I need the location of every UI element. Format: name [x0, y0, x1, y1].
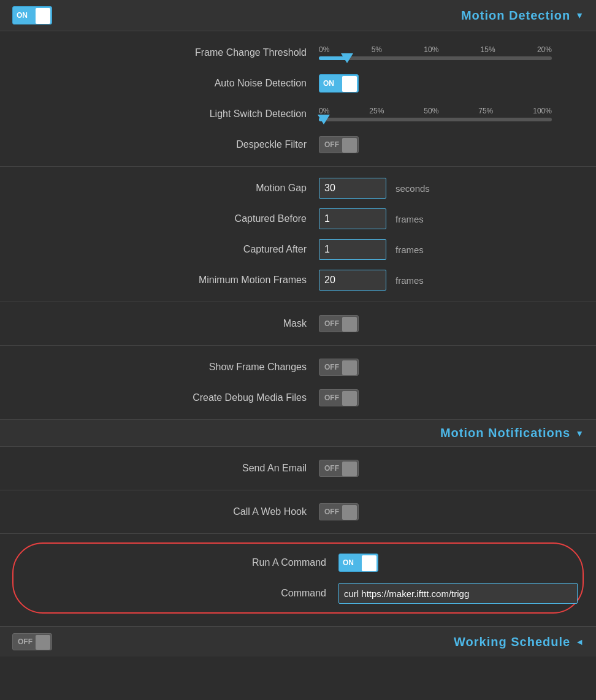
run-command-label: Run A Command — [44, 557, 338, 568]
ls-label-100: 100% — [533, 107, 552, 115]
run-command-control: ON — [338, 554, 378, 572]
main-power-toggle-label: ON — [17, 11, 28, 20]
minimum-motion-frames-control: frames — [319, 270, 424, 291]
despeckle-toggle[interactable]: OFF — [319, 136, 359, 153]
light-switch-detection-row: Light Switch Detection 0% 25% 50% 75% 10… — [0, 99, 596, 129]
run-command-toggle-label: ON — [343, 558, 354, 567]
frame-change-threshold-row: Frame Change Threshold 0% 5% 10% 15% 20% — [0, 37, 596, 68]
call-webhook-toggle-indicator — [342, 505, 357, 520]
frame-change-threshold-label: Frame Change Threshold — [25, 47, 319, 58]
auto-noise-detection-label: Auto Noise Detection — [25, 78, 319, 89]
despeckle-toggle-label: OFF — [324, 140, 339, 149]
minimum-motion-frames-unit: frames — [395, 275, 424, 286]
working-schedule-toggle-label: OFF — [18, 637, 32, 646]
slider-label-10: 10% — [424, 45, 438, 54]
call-webhook-toggle[interactable]: OFF — [319, 503, 359, 520]
minimum-motion-frames-row: Minimum Motion Frames frames — [0, 265, 596, 295]
run-command-toggle[interactable]: ON — [338, 554, 378, 572]
show-frame-changes-toggle[interactable]: OFF — [319, 359, 359, 376]
ls-label-50: 50% — [424, 107, 438, 115]
main-power-toggle[interactable]: ON — [12, 6, 52, 25]
run-command-highlight: Run A Command ON Command — [12, 542, 584, 614]
call-webhook-row: Call A Web Hook OFF — [0, 496, 596, 527]
ls-label-75: 75% — [478, 107, 493, 115]
create-debug-media-toggle-label: OFF — [324, 394, 339, 402]
captured-after-row: Captured After frames — [0, 234, 596, 265]
captured-after-input[interactable] — [319, 239, 386, 260]
send-email-toggle-label: OFF — [324, 464, 339, 473]
create-debug-media-row: Create Debug Media Files OFF — [0, 382, 596, 413]
light-switch-slider-labels: 0% 25% 50% 75% 100% — [319, 107, 552, 115]
bottom-bar: OFF Working Schedule ◄ — [0, 626, 596, 656]
auto-noise-detection-row: Auto Noise Detection ON — [0, 68, 596, 99]
motion-gap-control: seconds — [319, 178, 430, 199]
command-label: Command — [44, 588, 338, 599]
auto-noise-detection-control: ON — [319, 74, 359, 93]
command-input[interactable] — [338, 583, 578, 604]
mask-section: Mask OFF — [0, 302, 596, 346]
light-switch-slider-track[interactable] — [319, 118, 552, 121]
mask-toggle-indicator — [342, 317, 357, 332]
create-debug-media-toggle[interactable]: OFF — [319, 389, 359, 406]
mask-toggle-label: OFF — [324, 319, 339, 328]
captured-before-unit: frames — [395, 214, 424, 224]
send-email-toggle-indicator — [342, 462, 357, 476]
motion-detection-chevron[interactable]: ▼ — [575, 10, 584, 20]
light-switch-slider-thumb[interactable] — [318, 115, 330, 124]
main-power-toggle-indicator — [36, 8, 50, 24]
call-webhook-label: Call A Web Hook — [25, 506, 319, 517]
send-email-toggle[interactable]: OFF — [319, 460, 359, 477]
run-command-toggle-indicator — [362, 555, 376, 571]
despeckle-filter-control: OFF — [319, 136, 359, 153]
captured-before-control: frames — [319, 208, 424, 229]
auto-noise-toggle-indicator — [342, 76, 357, 92]
auto-noise-toggle[interactable]: ON — [319, 74, 359, 93]
mask-control: OFF — [319, 315, 359, 332]
frame-change-slider-track[interactable] — [319, 56, 552, 60]
show-frame-changes-row: Show Frame Changes OFF — [0, 352, 596, 382]
light-switch-detection-label: Light Switch Detection — [25, 108, 319, 120]
light-switch-slider-container: 0% 25% 50% 75% 100% — [319, 107, 552, 121]
captured-before-input[interactable] — [319, 208, 386, 229]
call-webhook-control: OFF — [319, 503, 359, 520]
motion-gap-input[interactable] — [319, 178, 386, 199]
slider-label-20: 20% — [537, 45, 552, 54]
motion-notifications-header: Motion Notifications ▼ — [0, 420, 596, 447]
frame-change-threshold-control: 0% 5% 10% 15% 20% — [319, 45, 552, 60]
send-email-row: Send An Email OFF — [0, 453, 596, 484]
frame-change-slider-container: 0% 5% 10% 15% 20% — [319, 45, 552, 60]
motion-gap-label: Motion Gap — [25, 183, 319, 194]
motion-gap-unit: seconds — [395, 183, 430, 194]
send-email-control: OFF — [319, 460, 359, 477]
send-email-label: Send An Email — [25, 463, 319, 474]
command-row: Command — [20, 578, 576, 609]
command-control — [338, 583, 578, 604]
light-switch-detection-control: 0% 25% 50% 75% 100% — [319, 107, 552, 121]
create-debug-media-toggle-indicator — [342, 391, 357, 406]
working-schedule-toggle[interactable]: OFF — [12, 633, 52, 650]
motion-detection-header: ON Motion Detection ▼ — [0, 0, 596, 31]
minimum-motion-frames-input[interactable] — [319, 270, 386, 291]
debug-section: Show Frame Changes OFF Create Debug Medi… — [0, 346, 596, 420]
auto-noise-toggle-label: ON — [323, 79, 334, 88]
slider-label-0: 0% — [319, 45, 329, 54]
slider-label-15: 15% — [481, 45, 495, 54]
send-email-section: Send An Email OFF — [0, 447, 596, 490]
slider-label-5: 5% — [372, 45, 382, 54]
despeckle-toggle-indicator — [342, 138, 357, 153]
working-schedule-chevron[interactable]: ◄ — [575, 637, 584, 647]
call-webhook-toggle-label: OFF — [324, 508, 339, 516]
show-frame-changes-toggle-indicator — [342, 360, 357, 375]
show-frame-changes-control: OFF — [319, 359, 359, 376]
captured-after-control: frames — [319, 239, 424, 260]
working-schedule-title: Working Schedule — [454, 635, 570, 649]
captured-after-unit: frames — [395, 245, 424, 255]
captured-after-label: Captured After — [25, 244, 319, 255]
frame-change-slider-thumb[interactable] — [341, 53, 353, 63]
mask-row: Mask OFF — [0, 308, 596, 339]
motion-notifications-chevron[interactable]: ▼ — [575, 428, 584, 438]
create-debug-media-control: OFF — [319, 389, 359, 406]
run-command-row: Run A Command ON — [20, 547, 576, 578]
show-frame-changes-toggle-label: OFF — [324, 363, 339, 371]
mask-toggle[interactable]: OFF — [319, 315, 359, 332]
